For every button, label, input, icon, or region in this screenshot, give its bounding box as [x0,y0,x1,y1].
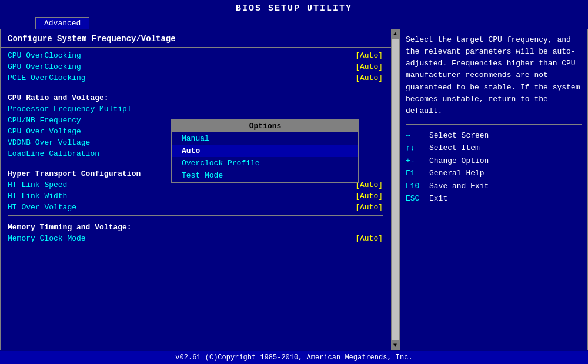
dropdown-item-manual[interactable]: Manual [172,132,358,145]
tab-advanced[interactable]: Advanced [35,17,89,29]
key-general-help: F1 General Help [406,167,582,180]
options-dropdown[interactable]: Options Manual Auto Overclock Profile Te… [171,119,359,183]
right-panel: Select the target CPU frequency, and the… [400,29,588,350]
footer: v02.61 (C)Copyright 1985-2010, American … [0,351,588,364]
help-text: Select the target CPU frequency, and the… [406,34,582,117]
cpu-section-header: CPU Ratio and Voltage: [1,89,390,103]
ht-link-width-row[interactable]: HT Link Width [Auto] [1,191,390,202]
bios-title: BIOS SETUP UTILITY [236,4,352,14]
scrollbar[interactable]: ▲ ▼ [391,29,399,350]
key-esc: ESC Exit [406,192,582,205]
tab-bar: Advanced [0,16,588,29]
gpu-overclocking-row[interactable]: GPU OverClocking [Auto] [1,61,390,72]
divider-3 [8,215,383,216]
scroll-up-button[interactable]: ▲ [392,29,398,38]
cpu-overclocking-row[interactable]: CPU OverClocking [Auto] [1,50,390,61]
mem-section-header: Memory Timming and Voltage: [1,218,390,233]
memory-clock-mode-row[interactable]: Memory Clock Mode [Auto] [1,233,390,244]
divider-1 [8,86,383,86]
title-bar: BIOS SETUP UTILITY [0,0,588,16]
main-container: Configure System Frequency/Voltage CPU O… [0,29,588,350]
key-guide: ↔ Select Screen ↑↓ Select Item +- Change… [406,124,582,205]
processor-freq-row[interactable]: Processor Frequency Multipl [1,103,390,115]
dropdown-item-testmode[interactable]: Test Mode [172,169,358,182]
key-save-exit: F10 Save and Exit [406,180,582,193]
ht-over-voltage-row[interactable]: HT Over Voltage [Auto] [1,202,390,213]
scroll-down-button[interactable]: ▼ [392,341,398,350]
left-panel: Configure System Frequency/Voltage CPU O… [0,29,400,350]
dropdown-title: Options [172,120,358,132]
pcie-overclocking-row[interactable]: PCIE OverClocking [Auto] [1,72,390,84]
dropdown-item-auto[interactable]: Auto [172,145,358,157]
section-title: Configure System Frequency/Voltage [1,29,399,48]
dropdown-item-overclock[interactable]: Overclock Profile [172,157,358,169]
scroll-thumb[interactable] [392,39,399,340]
key-change-option: +- Change Option [406,155,582,168]
key-select-screen: ↔ Select Screen [406,129,582,142]
key-select-item: ↑↓ Select Item [406,142,582,155]
